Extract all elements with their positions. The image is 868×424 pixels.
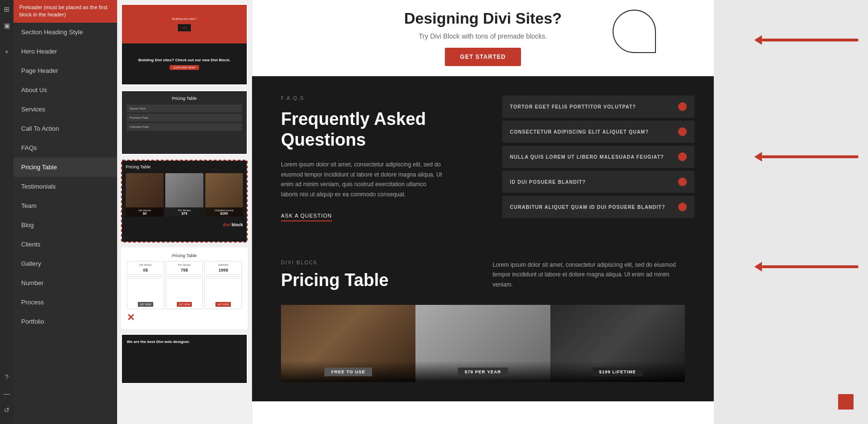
- faq-item-5[interactable]: CURABITUR ALIQUET QUAM ID DUI POSUERE BL…: [502, 196, 694, 218]
- thumb3-img-1: Lite Version $0: [126, 173, 163, 217]
- sidebar-item-services[interactable]: Services: [13, 100, 117, 119]
- toolbar-icon-grid[interactable]: ⊞: [1, 4, 12, 14]
- sidebar-item-clients[interactable]: Clients: [13, 235, 117, 254]
- thumbnails-panel: Building Divi sites? </> Building Divi s…: [117, 0, 252, 424]
- sidebar-item-portfolio[interactable]: Portfolio: [13, 312, 117, 331]
- thumb5-title: We are the best Divi web designer.: [127, 340, 242, 344]
- hero-get-started-button[interactable]: GET STARTED: [445, 48, 521, 66]
- thumb4-xmark: ✕: [127, 312, 135, 323]
- pricing-card-3[interactable]: $199 LIFETIME: [550, 305, 685, 382]
- arrow-3-head: [754, 262, 762, 272]
- sidebar-item-about-us[interactable]: About Us: [13, 81, 117, 100]
- pricing-right: Lorem ipsum dolor sit amet, consectetur …: [473, 260, 685, 289]
- faq-item-2[interactable]: CONSECTETUR ADIPISCING ELIT ALIQUET QUAM…: [502, 121, 694, 143]
- pricing-section: DIVI BLOCK Pricing Table Lorem ipsum dol…: [252, 241, 714, 401]
- faq-item-3[interactable]: NULLA QUIS LOREM UT LIBERO MALESUADA FEU…: [502, 146, 694, 168]
- faq-item-2-dot: [678, 127, 687, 136]
- pricing-card-1-badge: FREE TO USE: [324, 368, 372, 376]
- faq-item-4-dot: [678, 178, 687, 186]
- thumb5-preview: We are the best Divi web designer.: [122, 335, 247, 383]
- faq-item-1[interactable]: TORTOR EGET FELIS PORTTITOR VOLUTPAT?: [502, 96, 694, 118]
- faq-right: TORTOR EGET FELIS PORTTITOR VOLUTPAT? CO…: [493, 76, 714, 241]
- arrow-2: [754, 152, 858, 162]
- pricing-card-1[interactable]: FREE TO USE: [281, 305, 415, 382]
- thumb2-row-1: Starter Pack: [127, 105, 242, 112]
- thumb3-title: Pricing Table: [126, 164, 243, 169]
- faq-ask-link[interactable]: ASK A QUESTION: [281, 213, 332, 221]
- thumb4-preview: Pricing Table Lite Version 0$ GET NOW Pr…: [122, 248, 247, 328]
- thumb3-images: Lite Version $0 Pro Version $79 Unlimite…: [126, 173, 243, 217]
- faq-left: F.A.Q.S Frequently AskedQuestions Lorem …: [252, 76, 493, 241]
- thumbnail-card-4[interactable]: Pricing Table Lite Version 0$ GET NOW Pr…: [121, 247, 248, 329]
- faq-item-5-dot: [678, 203, 687, 211]
- toolbar-icon-help[interactable]: ?: [1, 372, 12, 383]
- thumb1-bottom: Building Divi sites? Check out our new D…: [122, 43, 247, 84]
- thumbnail-card-2[interactable]: Pricing Table Starter Pack Premium Pack …: [121, 90, 248, 155]
- sidebar-item-faqs[interactable]: FAQs: [13, 138, 117, 158]
- arrows-panel: [714, 0, 868, 424]
- sidebar-item-call-to-action[interactable]: Call To Action: [13, 119, 117, 138]
- thumb2-title: Pricing Table: [127, 96, 242, 101]
- hero-title: Designing Divi Sites?: [404, 10, 561, 27]
- thumb4-title: Pricing Table: [127, 253, 242, 258]
- toolbar-icon-layout[interactable]: ▣: [1, 20, 12, 31]
- hero-section: Designing Divi Sites? Try Divi Block wit…: [252, 0, 714, 76]
- sidebar-item-page-header[interactable]: Page Header: [13, 61, 117, 81]
- thumb4-col-2: Pro Version 79$ GET NOW: [166, 261, 203, 309]
- arrow-1-head: [754, 35, 762, 45]
- hero-subtitle: Try Divi Block with tons of premade bloc…: [419, 32, 547, 40]
- pricing-card-2[interactable]: $79 PER YEAR: [415, 305, 550, 382]
- sidebar-item-testimonials[interactable]: Testimonials: [13, 177, 117, 196]
- thumb4-col-3: Unlimited 199$ GET NOW: [204, 261, 242, 309]
- red-square-button[interactable]: [838, 394, 854, 410]
- faq-item-3-dot: [678, 152, 687, 161]
- thumb2-rows: Starter Pack Premium Pack Unlimited Pack: [127, 105, 242, 131]
- pricing-card-3-badge: $199 LIFETIME: [592, 368, 643, 376]
- arrow-3-shaft: [762, 265, 858, 268]
- arrow-1: [754, 35, 858, 45]
- sidebar-item-section-heading[interactable]: Section Heading Style: [13, 23, 117, 42]
- thumb3-preview: Pricing Table Lite Version $0 Pro Versio…: [122, 161, 247, 242]
- arrow-1-shaft: [762, 39, 858, 41]
- toolbar-icon-add[interactable]: +: [1, 46, 12, 57]
- thumb2-row-2: Premium Pack: [127, 114, 242, 122]
- toolbar-icon-undo[interactable]: ↺: [1, 405, 12, 415]
- sidebar-item-team[interactable]: Team: [13, 196, 117, 216]
- sidebar: Preloader (must be placed as the first b…: [13, 0, 117, 424]
- sidebar-item-blog[interactable]: Blog: [13, 216, 117, 235]
- faq-tag: F.A.Q.S: [281, 96, 473, 101]
- arrow-2-head: [754, 152, 762, 162]
- sidebar-item-process[interactable]: Process: [13, 293, 117, 312]
- sidebar-header: Preloader (must be placed as the first b…: [13, 0, 117, 23]
- pricing-desc: Lorem ipsum dolor sit amet, consectetur …: [493, 260, 685, 289]
- sidebar-item-hero-header[interactable]: Hero Header: [13, 42, 117, 61]
- toolbar-icon-minus[interactable]: —: [1, 388, 12, 399]
- sidebar-item-gallery[interactable]: Gallery: [13, 254, 117, 274]
- pricing-tag: DIVI BLOCK: [281, 260, 473, 265]
- thumb1-btn: EXPLORE NOW: [170, 65, 199, 70]
- thumb1-preview: Building Divi sites? </> Building Divi s…: [122, 5, 247, 84]
- divi-block-logo: divi block: [223, 222, 243, 227]
- toolbar: ⊞ ▣ + ? — ↺: [0, 0, 13, 424]
- pricing-card-2-badge: $79 PER YEAR: [458, 368, 507, 376]
- thumbnail-card-5[interactable]: We are the best Divi web designer.: [121, 334, 248, 384]
- faq-section: F.A.Q.S Frequently AskedQuestions Lorem …: [252, 76, 714, 241]
- thumb4-cols: Lite Version 0$ GET NOW Pro Version 79$: [127, 261, 242, 309]
- thumb1-top: Building Divi sites? </>: [122, 5, 247, 43]
- sidebar-item-pricing-table[interactable]: Pricing Table: [13, 158, 117, 177]
- faq-body: Lorem ipsum dolor sit amet, consectetur …: [281, 160, 445, 199]
- thumbnail-card-3[interactable]: Pricing Table Lite Version $0 Pro Versio…: [121, 160, 248, 243]
- thumb4-col-1: Lite Version 0$ GET NOW: [127, 261, 164, 309]
- thumb1-text: Building Divi sites? Check out our new D…: [138, 58, 230, 62]
- sidebar-item-number[interactable]: Number: [13, 274, 117, 293]
- thumb3-img-2: Pro Version $79: [165, 173, 203, 217]
- thumb2-row-3: Unlimited Pack: [127, 123, 242, 131]
- thumbnail-card-1[interactable]: Building Divi sites? </> Building Divi s…: [121, 4, 248, 85]
- faq-item-4[interactable]: ID DUI POSUERE BLANDIT?: [502, 171, 694, 193]
- arrow-2-shaft: [762, 155, 858, 158]
- faq-heading: Frequently AskedQuestions: [281, 109, 473, 150]
- thumb3-footer: divi block: [126, 219, 243, 228]
- hero-circle-decoration: [613, 10, 656, 53]
- arrow-3: [754, 262, 858, 272]
- pricing-heading: Pricing Table: [281, 270, 473, 290]
